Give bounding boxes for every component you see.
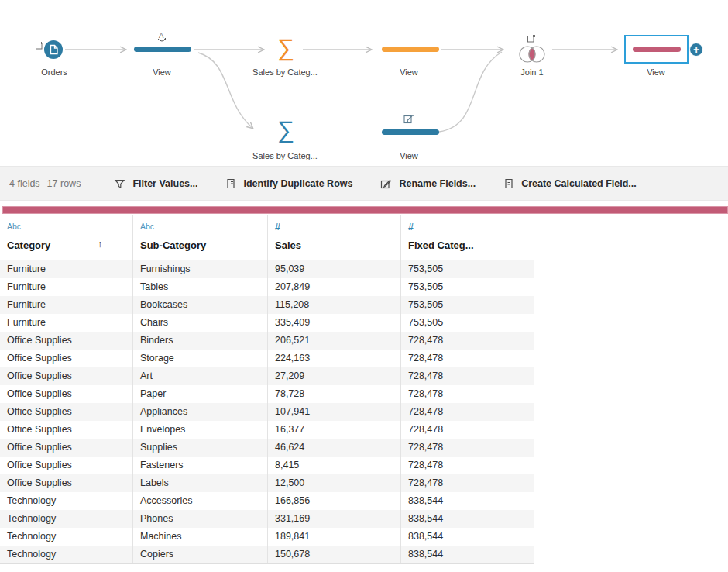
table-cell[interactable]: 728,478 bbox=[401, 350, 534, 367]
table-row[interactable]: FurnitureFurnishings95,039753,505 bbox=[0, 260, 534, 278]
table-cell[interactable]: Technology bbox=[0, 492, 133, 510]
table-cell[interactable]: 838,544 bbox=[401, 546, 534, 563]
table-cell[interactable]: 16,377 bbox=[268, 421, 401, 439]
table-cell[interactable]: Office Supplies bbox=[0, 367, 133, 385]
table-row[interactable]: TechnologyAccessories166,856838,544 bbox=[0, 492, 534, 510]
table-cell[interactable]: 728,478 bbox=[401, 439, 534, 457]
table-cell[interactable]: 728,478 bbox=[401, 474, 534, 492]
table-cell[interactable]: Chairs bbox=[133, 314, 268, 332]
table-cell[interactable]: 189,841 bbox=[268, 528, 401, 546]
column-header-fixed-categ[interactable]: # Fixed Categ... bbox=[401, 215, 534, 260]
table-cell[interactable]: 753,505 bbox=[401, 260, 534, 278]
flow-node-view-1[interactable] bbox=[134, 47, 191, 52]
column-header-category[interactable]: Abc Category ↑ bbox=[0, 215, 133, 260]
table-cell[interactable]: 335,409 bbox=[268, 314, 401, 332]
table-cell[interactable]: Furniture bbox=[0, 278, 133, 296]
table-cell[interactable]: Envelopes bbox=[133, 421, 268, 439]
table-cell[interactable]: Labels bbox=[133, 474, 268, 492]
flow-node-view-4-selected[interactable] bbox=[624, 35, 689, 64]
flow-node-orders[interactable] bbox=[44, 40, 63, 59]
table-cell[interactable]: Tables bbox=[133, 278, 268, 296]
table-cell[interactable]: 838,544 bbox=[401, 492, 534, 510]
table-cell[interactable]: Paper bbox=[133, 385, 268, 403]
table-row[interactable]: Office SuppliesPaper78,728728,478 bbox=[0, 385, 534, 403]
table-cell[interactable]: 107,941 bbox=[268, 403, 401, 421]
table-cell[interactable]: 753,505 bbox=[401, 296, 534, 314]
table-cell[interactable]: 206,521 bbox=[268, 332, 401, 350]
create-calculated-field-button[interactable]: Create Calculated Field... bbox=[503, 178, 637, 189]
table-cell[interactable]: Office Supplies bbox=[0, 403, 133, 421]
table-cell[interactable]: Office Supplies bbox=[0, 385, 133, 403]
column-header-sub-category[interactable]: Abc Sub-Category bbox=[133, 215, 268, 260]
table-cell[interactable]: 728,478 bbox=[401, 421, 534, 439]
table-cell[interactable]: 8,415 bbox=[268, 457, 401, 474]
table-cell[interactable]: 12,500 bbox=[268, 474, 401, 492]
table-cell[interactable]: Office Supplies bbox=[0, 421, 133, 439]
table-row[interactable]: Office SuppliesSupplies46,624728,478 bbox=[0, 439, 534, 457]
table-cell[interactable]: Office Supplies bbox=[0, 350, 133, 367]
table-cell[interactable]: Technology bbox=[0, 528, 133, 546]
table-cell[interactable]: Phones bbox=[133, 510, 268, 528]
table-cell[interactable]: Office Supplies bbox=[0, 332, 133, 350]
table-cell[interactable]: Office Supplies bbox=[0, 457, 133, 474]
table-row[interactable]: Office SuppliesLabels12,500728,478 bbox=[0, 474, 534, 492]
table-cell[interactable]: Machines bbox=[133, 528, 268, 546]
table-cell[interactable]: Appliances bbox=[133, 403, 268, 421]
table-row[interactable]: Office SuppliesBinders206,521728,478 bbox=[0, 332, 534, 350]
table-cell[interactable]: 78,728 bbox=[268, 385, 401, 403]
rename-fields-button[interactable]: Rename Fields... bbox=[380, 178, 476, 189]
flow-node-join-1[interactable] bbox=[517, 43, 547, 65]
filter-values-button[interactable]: Filter Values... bbox=[114, 178, 197, 189]
table-cell[interactable]: Furnishings bbox=[133, 260, 268, 278]
table-row[interactable]: FurnitureBookcases115,208753,505 bbox=[0, 296, 534, 314]
table-cell[interactable]: 753,505 bbox=[401, 314, 534, 332]
table-cell[interactable]: Technology bbox=[0, 510, 133, 528]
table-cell[interactable]: 46,624 bbox=[268, 439, 401, 457]
table-cell[interactable]: 150,678 bbox=[268, 546, 401, 563]
table-cell[interactable]: Supplies bbox=[133, 439, 268, 457]
table-cell[interactable]: 838,544 bbox=[401, 528, 534, 546]
table-row[interactable]: Office SuppliesAppliances107,941728,478 bbox=[0, 403, 534, 421]
add-step-button[interactable]: + bbox=[689, 43, 703, 57]
table-row[interactable]: TechnologyCopiers150,678838,544 bbox=[0, 546, 534, 563]
table-cell[interactable]: Fasteners bbox=[133, 457, 268, 474]
table-row[interactable]: Office SuppliesStorage224,163728,478 bbox=[0, 350, 534, 367]
flow-node-view-2[interactable] bbox=[382, 47, 439, 52]
table-cell[interactable]: Furniture bbox=[0, 296, 133, 314]
flow-node-view-3[interactable] bbox=[382, 129, 439, 135]
table-row[interactable]: FurnitureChairs335,409753,505 bbox=[0, 314, 534, 332]
table-cell[interactable]: 728,478 bbox=[401, 367, 534, 385]
table-cell[interactable]: Art bbox=[133, 367, 268, 385]
table-cell[interactable]: Accessories bbox=[133, 492, 268, 510]
table-cell[interactable]: 224,163 bbox=[268, 350, 401, 367]
table-cell[interactable]: Office Supplies bbox=[0, 474, 133, 492]
table-cell[interactable]: 838,544 bbox=[401, 510, 534, 528]
table-cell[interactable]: 207,849 bbox=[268, 278, 401, 296]
table-row[interactable]: FurnitureTables207,849753,505 bbox=[0, 278, 534, 296]
table-cell[interactable]: Furniture bbox=[0, 314, 133, 332]
table-row[interactable]: TechnologyMachines189,841838,544 bbox=[0, 528, 534, 546]
table-cell[interactable]: Storage bbox=[133, 350, 268, 367]
column-header-sales[interactable]: # Sales bbox=[268, 215, 401, 260]
table-cell[interactable]: 728,478 bbox=[401, 332, 534, 350]
table-cell[interactable]: 728,478 bbox=[401, 457, 534, 474]
table-cell[interactable]: 331,169 bbox=[268, 510, 401, 528]
table-cell[interactable]: Binders bbox=[133, 332, 268, 350]
table-row[interactable]: Office SuppliesFasteners8,415728,478 bbox=[0, 457, 534, 474]
table-cell[interactable]: 166,856 bbox=[268, 492, 401, 510]
table-cell[interactable]: 27,209 bbox=[268, 367, 401, 385]
flow-node-aggregate-1[interactable]: ∑ bbox=[272, 33, 300, 63]
table-cell[interactable]: Copiers bbox=[133, 546, 268, 563]
table-row[interactable]: TechnologyPhones331,169838,544 bbox=[0, 510, 534, 528]
sort-ascending-icon[interactable]: ↑ bbox=[98, 239, 102, 250]
table-cell[interactable]: 753,505 bbox=[401, 278, 534, 296]
table-cell[interactable]: 95,039 bbox=[268, 260, 401, 278]
table-cell[interactable]: 728,478 bbox=[401, 385, 534, 403]
table-cell[interactable]: 728,478 bbox=[401, 403, 534, 421]
table-cell[interactable]: Office Supplies bbox=[0, 439, 133, 457]
table-cell[interactable]: Technology bbox=[0, 546, 133, 563]
table-cell[interactable]: 115,208 bbox=[268, 296, 401, 314]
flow-node-aggregate-2[interactable]: ∑ bbox=[272, 115, 300, 145]
table-cell[interactable]: Furniture bbox=[0, 260, 133, 278]
table-cell[interactable]: Bookcases bbox=[133, 296, 268, 314]
